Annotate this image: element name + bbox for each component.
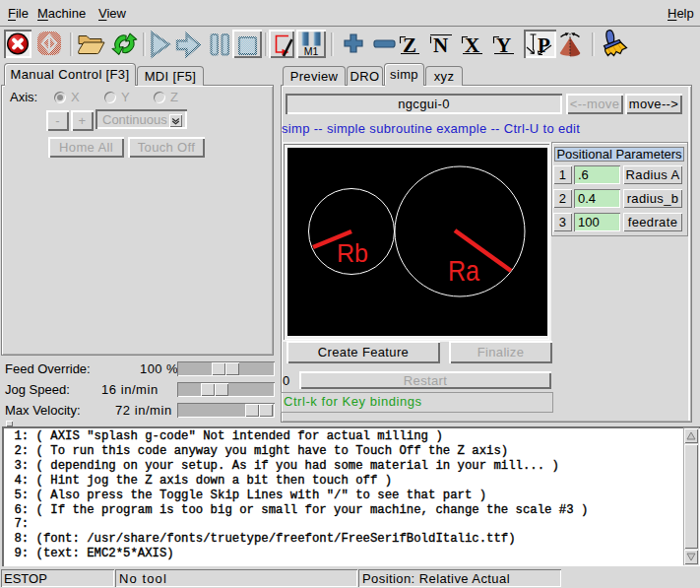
svg-text:Rb: Rb <box>337 239 368 267</box>
svg-text:N: N <box>433 33 448 57</box>
svg-text:Ra: Ra <box>448 254 479 287</box>
svg-text:M1: M1 <box>304 45 319 57</box>
